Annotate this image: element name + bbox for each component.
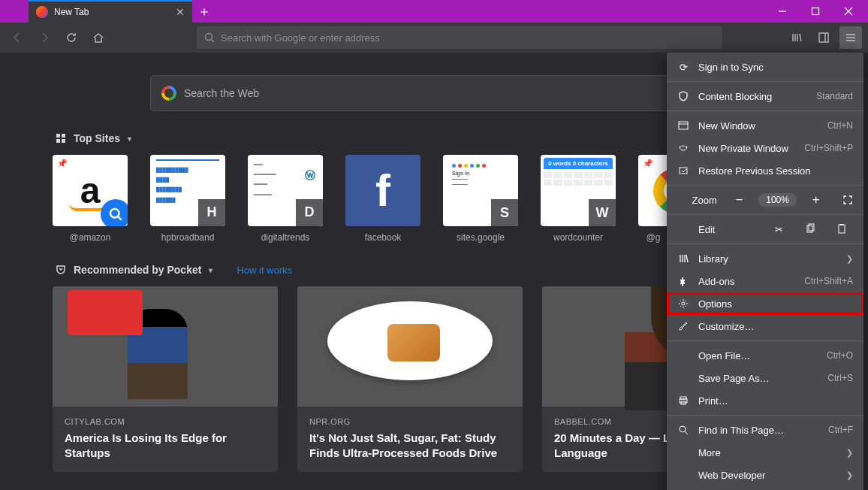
zoom-label: Zoom bbox=[692, 195, 717, 206]
grid-icon bbox=[56, 133, 66, 144]
menu-print[interactable]: Print… bbox=[667, 389, 863, 412]
menu-options[interactable]: Options bbox=[667, 292, 863, 315]
menu-separator bbox=[667, 243, 863, 244]
close-window-button[interactable] bbox=[832, 1, 865, 22]
svg-point-24 bbox=[682, 302, 685, 305]
site-label: @amazon bbox=[53, 232, 128, 243]
print-icon bbox=[677, 395, 689, 407]
card-headline: America Is Losing Its Edge for Startups bbox=[65, 431, 266, 461]
site-label: wordcounter bbox=[541, 232, 616, 243]
menu-more[interactable]: More❯ bbox=[667, 441, 863, 464]
letter-badge: H bbox=[198, 199, 225, 226]
menu-new-private-window[interactable]: New Private WindowCtrl+Shift+P bbox=[667, 137, 863, 159]
menu-separator bbox=[667, 185, 863, 186]
zoom-level[interactable]: 100% bbox=[758, 193, 797, 207]
gear-icon bbox=[677, 298, 689, 310]
menu-content-blocking[interactable]: Content BlockingStandard bbox=[667, 85, 863, 107]
reload-button[interactable] bbox=[60, 26, 83, 49]
top-site-hpbroadband[interactable]: ████████████████████████████H hpbroadban… bbox=[150, 155, 225, 243]
fullscreen-icon[interactable] bbox=[842, 194, 853, 206]
card-source: CITYLAB.COM bbox=[65, 417, 266, 426]
menu-restore-session[interactable]: Restore Previous Session bbox=[667, 159, 863, 182]
maximize-button[interactable] bbox=[799, 1, 832, 22]
address-bar[interactable]: Search with Google or enter address bbox=[197, 26, 722, 49]
svg-rect-23 bbox=[840, 224, 843, 225]
top-site-facebook[interactable]: f facebook bbox=[345, 155, 420, 243]
shortcut: Ctrl+Shift+A bbox=[804, 276, 853, 286]
chevron-right-icon: ❯ bbox=[846, 448, 853, 458]
sync-icon: ⟳ bbox=[677, 61, 689, 73]
how-it-works-link[interactable]: How it works bbox=[237, 265, 292, 276]
menu-customize[interactable]: Customize… bbox=[667, 315, 863, 337]
puzzle-icon bbox=[677, 275, 689, 287]
letter-badge: S bbox=[491, 199, 518, 226]
zoom-in-button[interactable]: + bbox=[812, 193, 820, 207]
shield-icon bbox=[677, 90, 689, 102]
top-sites-label: Top Sites bbox=[74, 132, 120, 144]
svg-point-4 bbox=[206, 34, 212, 41]
svg-rect-6 bbox=[819, 33, 828, 42]
svg-line-16 bbox=[119, 217, 122, 220]
tab-close-icon[interactable]: ✕ bbox=[176, 6, 185, 18]
pocket-icon bbox=[56, 265, 66, 275]
site-label: hpbroadband bbox=[150, 232, 225, 243]
forward-button[interactable] bbox=[33, 26, 56, 49]
copy-button[interactable] bbox=[799, 223, 821, 236]
library-icon bbox=[677, 253, 689, 265]
zoom-out-button[interactable]: − bbox=[735, 193, 743, 207]
menu-find[interactable]: Find in This Page…Ctrl+F bbox=[667, 419, 863, 441]
top-site-amazon[interactable]: 📌a @amazon bbox=[53, 155, 128, 243]
search-web-placeholder: Search the Web bbox=[184, 87, 259, 99]
home-button[interactable] bbox=[87, 26, 110, 49]
menu-addons[interactable]: Add-onsCtrl+Shift+A bbox=[667, 270, 863, 292]
site-label: @g bbox=[638, 232, 668, 243]
menu-web-developer[interactable]: Web Developer❯ bbox=[667, 464, 863, 486]
library-button[interactable] bbox=[785, 26, 808, 49]
brush-icon bbox=[677, 320, 689, 332]
app-menu-panel: ⟳Sign in to Sync Content BlockingStandar… bbox=[667, 53, 863, 490]
menu-help[interactable]: Help❯ bbox=[667, 486, 863, 490]
menu-open-file[interactable]: Open File…Ctrl+O bbox=[667, 344, 863, 367]
sidebars-button[interactable] bbox=[812, 26, 835, 49]
menu-separator bbox=[667, 415, 863, 416]
svg-rect-17 bbox=[679, 122, 688, 129]
top-site-wordcounter[interactable]: 0 words 0 charactersW wordcounter bbox=[541, 155, 616, 243]
top-site-google[interactable]: 📌 @g bbox=[638, 155, 668, 243]
top-site-digitaltrends[interactable]: ▬▬▬▬▬▬▬▬▬▬▬▬▬▬ⓦD digitaltrends bbox=[248, 155, 323, 243]
chevron-right-icon: ❯ bbox=[846, 470, 853, 480]
pocket-card[interactable]: CITYLAB.COM America Is Losing Its Edge f… bbox=[53, 286, 278, 472]
app-menu-button[interactable] bbox=[839, 26, 862, 49]
site-label: sites.google bbox=[443, 232, 518, 243]
menu-sign-in[interactable]: ⟳Sign in to Sync bbox=[667, 56, 863, 78]
minimize-button[interactable] bbox=[766, 1, 799, 22]
menu-library[interactable]: Library❯ bbox=[667, 247, 863, 270]
cut-button[interactable]: ✂ bbox=[767, 224, 790, 235]
edit-label: Edit bbox=[698, 224, 715, 235]
search-web-bar[interactable]: Search the Web bbox=[150, 75, 691, 111]
svg-rect-13 bbox=[56, 139, 60, 143]
tab-new-tab[interactable]: New Tab ✕ bbox=[29, 0, 192, 23]
back-button[interactable] bbox=[6, 26, 29, 49]
paste-button[interactable] bbox=[830, 223, 853, 236]
menu-separator bbox=[667, 81, 863, 82]
pin-icon: 📌 bbox=[57, 159, 68, 168]
svg-rect-22 bbox=[839, 225, 845, 233]
address-placeholder: Search with Google or enter address bbox=[221, 32, 380, 44]
menu-edit-row: Edit✂ bbox=[667, 218, 863, 240]
card-thumbnail bbox=[297, 286, 523, 407]
menu-new-window[interactable]: New WindowCtrl+N bbox=[667, 114, 863, 137]
svg-rect-12 bbox=[62, 134, 65, 138]
new-tab-button[interactable]: ＋ bbox=[192, 0, 216, 23]
pocket-card[interactable]: NPR.ORG It's Not Just Salt, Sugar, Fat: … bbox=[297, 286, 523, 472]
pin-icon: 📌 bbox=[643, 159, 653, 168]
shortcut: Ctrl+N bbox=[827, 120, 853, 131]
svg-point-28 bbox=[680, 426, 686, 432]
card-source: NPR.ORG bbox=[309, 417, 511, 426]
site-label: digitaltrends bbox=[248, 232, 323, 243]
google-icon bbox=[161, 86, 176, 101]
svg-rect-1 bbox=[812, 8, 819, 15]
menu-separator bbox=[667, 340, 863, 341]
menu-save-page[interactable]: Save Page As…Ctrl+S bbox=[667, 367, 863, 389]
content-blocking-state: Standard bbox=[816, 91, 853, 101]
top-site-google-sites[interactable]: Sign in——————S sites.google bbox=[443, 155, 518, 243]
